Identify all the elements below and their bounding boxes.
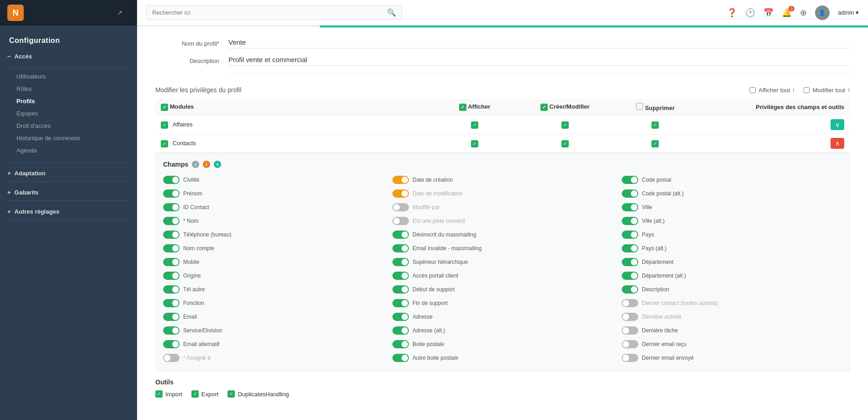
champ-toggle[interactable] [163, 217, 180, 225]
champ-row: Dernier email reçu [622, 339, 842, 350]
modules-checkbox[interactable]: ✓ [161, 104, 168, 111]
champ-toggle[interactable] [622, 313, 638, 321]
sidebar-item-profils[interactable]: Profils [0, 95, 137, 107]
champ-toggle[interactable] [622, 340, 638, 348]
champ-toggle[interactable] [163, 313, 180, 321]
champ-row: * Assigné à [163, 352, 383, 363]
champs-info-orange-icon[interactable]: i [203, 161, 210, 168]
champ-toggle[interactable] [622, 326, 638, 335]
champ-toggle[interactable] [622, 189, 638, 198]
sidebar-item-droit-acces[interactable]: Droit d'accès [0, 120, 137, 132]
champ-toggle[interactable] [622, 217, 638, 225]
champ-toggle[interactable] [392, 217, 409, 225]
champ-toggle[interactable] [622, 285, 638, 294]
calendar-icon[interactable]: 📅 [763, 8, 773, 18]
champ-toggle[interactable] [622, 244, 638, 252]
help-icon[interactable]: ❓ [727, 8, 737, 18]
notifications-icon[interactable]: 🔔 3 [782, 8, 792, 18]
contacts-afficher-check[interactable]: ✓ [471, 140, 478, 147]
sidebar-item-historique[interactable]: Historique de connexion [0, 132, 137, 144]
outil-checkbox[interactable]: ✓ [228, 390, 235, 398]
sidebar-item-agenda[interactable]: Agenda [0, 144, 137, 157]
champ-toggle[interactable] [163, 285, 180, 294]
modules-table: ✓ Modules ✓ Afficher ✓ Créer/Modifier Su… [155, 99, 850, 153]
champ-toggle[interactable] [622, 299, 638, 307]
afficher-tout-checkbox[interactable] [750, 87, 756, 93]
sidebar-section-gabarits[interactable]: + Gabarits [0, 184, 137, 198]
afficher-tout-check[interactable]: Afficher tout ℹ [750, 87, 794, 94]
champ-toggle[interactable] [392, 313, 409, 321]
champ-toggle[interactable] [392, 203, 409, 211]
champ-toggle[interactable] [622, 258, 638, 266]
afficher-checkbox[interactable]: ✓ [459, 104, 466, 111]
sidebar-item-roles[interactable]: Rôles [0, 83, 137, 95]
champ-toggle[interactable] [622, 203, 638, 211]
contacts-checkbox[interactable]: ✓ [161, 140, 168, 147]
champs-info-grey-icon[interactable]: i [192, 161, 199, 168]
champ-toggle[interactable] [392, 244, 409, 252]
champ-toggle[interactable] [622, 176, 638, 184]
champ-toggle[interactable] [163, 272, 180, 280]
privileges-champs-label: Privilèges des champs et outils [756, 104, 844, 110]
app-logo-icon: N [7, 5, 24, 21]
champ-toggle[interactable] [392, 285, 409, 294]
champ-toggle[interactable] [163, 231, 180, 239]
contacts-expand-pink-button[interactable]: ∧ [831, 138, 844, 149]
sidebar-section-adaptation[interactable]: + Adaptation [0, 165, 137, 178]
champ-toggle[interactable] [392, 189, 409, 198]
champ-toggle[interactable] [163, 326, 180, 335]
champ-toggle[interactable] [392, 258, 409, 266]
champ-toggle[interactable] [392, 176, 409, 184]
champ-toggle[interactable] [392, 231, 409, 239]
outil-checkbox[interactable]: ✓ [155, 390, 163, 398]
champ-toggle[interactable] [392, 272, 409, 280]
outils-section: Outils ✓ Import ✓ Export ✓ DuplicatesHan… [155, 378, 850, 398]
champ-toggle[interactable] [163, 354, 180, 362]
affaires-creer-check[interactable]: ✓ [561, 121, 569, 129]
champ-row: Prénom [163, 188, 383, 199]
topbar: 🔍 ❓ 🕐 📅 🔔 3 ⊕ 👤 admin ▾ [137, 0, 868, 26]
outil-item: ✓ Import [155, 390, 182, 398]
sidebar-section-autres[interactable]: + Autres réglages [0, 204, 137, 217]
sidebar-collapse-arrow[interactable]: ↗ [110, 5, 130, 20]
champ-toggle[interactable] [163, 258, 180, 266]
sidebar-item-equipes[interactable]: Equipes [0, 107, 137, 120]
affaires-expand-teal-button[interactable]: ∨ [831, 119, 844, 130]
affaires-checkbox[interactable]: ✓ [161, 121, 168, 129]
modifier-tout-checkbox[interactable] [804, 87, 810, 93]
search-input[interactable] [152, 9, 387, 16]
champ-toggle[interactable] [163, 340, 180, 348]
add-icon[interactable]: ⊕ [800, 8, 807, 18]
contacts-suppr-check[interactable]: ✓ [651, 140, 659, 147]
champ-toggle[interactable] [163, 244, 180, 252]
champ-row: * Nom [163, 215, 383, 226]
champ-toggle[interactable] [163, 203, 180, 211]
sidebar-item-utilisateurs[interactable]: Utilisateurs [0, 70, 137, 83]
champ-row: Adresse [392, 311, 613, 322]
champ-toggle[interactable] [622, 272, 638, 280]
champ-label: Tél autre [183, 286, 205, 293]
champ-toggle[interactable] [392, 354, 409, 362]
champ-toggle[interactable] [622, 354, 638, 362]
champs-info-teal-icon[interactable]: + [214, 161, 221, 168]
admin-label[interactable]: admin ▾ [838, 9, 859, 16]
sidebar-section-acces[interactable]: − Accès [0, 48, 137, 64]
champ-toggle[interactable] [163, 176, 180, 184]
champ-toggle[interactable] [163, 299, 180, 307]
champ-row: Pays (alt.) [622, 243, 842, 254]
contacts-creer-check[interactable]: ✓ [561, 140, 569, 147]
champ-label: Email [183, 314, 197, 320]
supprimer-checkbox[interactable] [636, 103, 643, 110]
outil-checkbox[interactable]: ✓ [191, 390, 199, 398]
champ-toggle[interactable] [392, 326, 409, 335]
search-box[interactable]: 🔍 [146, 5, 402, 20]
champ-toggle[interactable] [163, 189, 180, 198]
affaires-suppr-check[interactable]: ✓ [651, 121, 659, 129]
history-icon[interactable]: 🕐 [745, 8, 755, 18]
affaires-afficher-check[interactable]: ✓ [471, 121, 478, 129]
champ-toggle[interactable] [392, 340, 409, 348]
modifier-tout-check[interactable]: Modifier tout ℹ [804, 87, 850, 94]
champ-toggle[interactable] [622, 231, 638, 239]
creer-checkbox[interactable]: ✓ [540, 104, 548, 111]
champ-toggle[interactable] [392, 299, 409, 307]
